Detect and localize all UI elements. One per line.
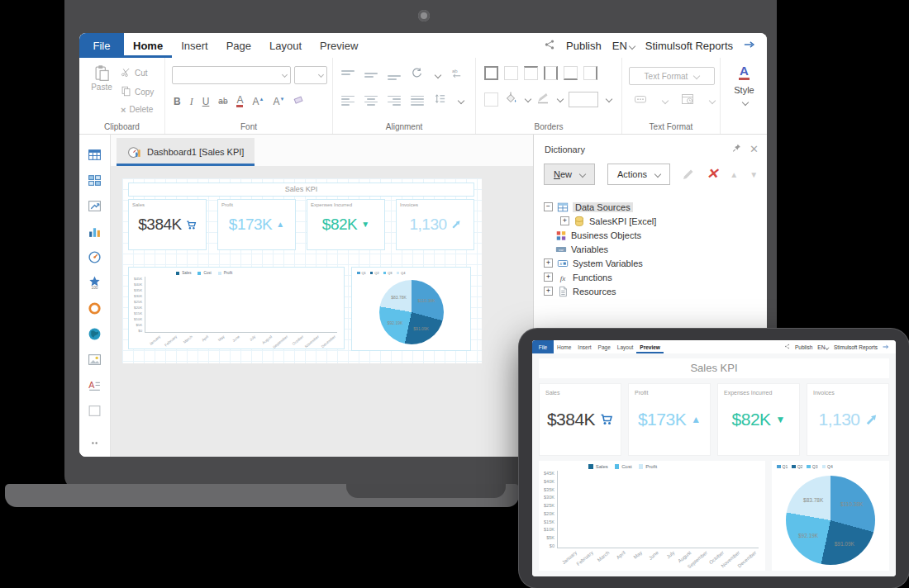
- share-icon[interactable]: [544, 39, 555, 53]
- move-up-icon[interactable]: ▲: [730, 170, 738, 179]
- align-left-icon[interactable]: [341, 96, 355, 106]
- pie-chart-panel[interactable]: Q1Q2Q3Q4$110.38K$91.09K$92.19K$83.78K: [351, 267, 471, 351]
- document-tab[interactable]: Dashboard1 [Sales KPI]: [117, 138, 255, 166]
- border-bottom-button[interactable]: [564, 66, 578, 80]
- dashboard-title-textbox[interactable]: Sales KPI: [128, 183, 474, 197]
- expand-icon[interactable]: +: [544, 287, 553, 296]
- tab-preview[interactable]: Preview: [311, 33, 367, 58]
- move-down-icon[interactable]: ▼: [750, 170, 758, 179]
- kpi-card-expenses-incurred[interactable]: Expenses Incurred$82K▼: [717, 383, 800, 456]
- actions-button[interactable]: Actions: [607, 164, 670, 185]
- kpi-card-sales[interactable]: Sales$384K: [128, 199, 207, 250]
- tab-layout[interactable]: Layout: [260, 33, 311, 58]
- italic-button[interactable]: I: [190, 96, 193, 107]
- toolbox-gauge-icon[interactable]: [88, 250, 102, 264]
- kpi-card-expenses-incurred[interactable]: Expenses Incurred$82K▼: [307, 199, 385, 250]
- delete-button[interactable]: ×Delete: [121, 105, 154, 114]
- grow-font-button[interactable]: A▲: [252, 93, 264, 107]
- toolbox-more-icon[interactable]: [88, 436, 102, 450]
- font-color-button[interactable]: A: [236, 95, 243, 107]
- kpi-card-profit[interactable]: Profit$173K▲: [628, 383, 711, 456]
- edit-pencil-icon[interactable]: [682, 168, 695, 181]
- clear-format-eraser-icon[interactable]: [293, 92, 306, 107]
- text-format-dropdown[interactable]: Text Format: [629, 67, 715, 85]
- share-icon[interactable]: [784, 344, 790, 350]
- fill-bucket-icon[interactable]: [504, 91, 517, 107]
- tab-preview[interactable]: Preview: [636, 340, 664, 353]
- tab-insert[interactable]: Insert: [574, 340, 594, 353]
- tab-layout[interactable]: Layout: [614, 340, 637, 353]
- publish-button[interactable]: Publish: [795, 344, 812, 350]
- collapse-icon[interactable]: −: [544, 202, 553, 211]
- paste-button[interactable]: Paste: [86, 64, 117, 92]
- border-top-button[interactable]: [524, 66, 538, 80]
- pie-chart-panel[interactable]: Q1Q2Q3Q4$110.38K$91.09K$92.19K$83.78K: [772, 461, 889, 571]
- align-right-icon[interactable]: [388, 96, 401, 106]
- tree-item-resources[interactable]: +Resources: [544, 284, 767, 298]
- toolbox-progress-icon[interactable]: [88, 301, 102, 315]
- pin-icon[interactable]: [731, 143, 742, 155]
- cut-button[interactable]: Cut: [121, 67, 154, 79]
- style-icon[interactable]: A: [739, 64, 750, 80]
- expand-icon[interactable]: +: [544, 273, 553, 282]
- design-canvas[interactable]: Sales KPI Sales$384KProfit$173K▲Expenses…: [111, 166, 533, 457]
- kpi-card-invoices[interactable]: Invoices1,130: [807, 383, 889, 456]
- kpi-card-invoices[interactable]: Invoices1,130: [396, 199, 474, 250]
- dashboard-page[interactable]: Sales KPI Sales$384KProfit$173K▲Expenses…: [122, 178, 482, 363]
- brand-menu[interactable]: Stimulsoft Reports: [645, 40, 733, 52]
- brand-arrow-icon[interactable]: [744, 39, 755, 53]
- bar-chart-panel[interactable]: SalesCostProfit$45K$40K$35K$30K$25K$20K$…: [539, 461, 765, 571]
- strikethrough-button[interactable]: ab: [218, 96, 227, 107]
- border-all-button[interactable]: [484, 66, 498, 80]
- border-right-button[interactable]: [583, 66, 597, 80]
- tab-file[interactable]: File: [532, 340, 554, 353]
- font-name-combobox[interactable]: [172, 66, 291, 84]
- bold-button[interactable]: B: [174, 96, 181, 107]
- align-bottom-icon[interactable]: [388, 70, 401, 80]
- align-center-icon[interactable]: [364, 96, 378, 106]
- border-sides-button[interactable]: [544, 66, 558, 80]
- toolbox-kpi-icon[interactable]: 100: [88, 276, 102, 290]
- line-spacing-icon[interactable]: [434, 92, 446, 108]
- brand-arrow-icon[interactable]: [883, 344, 889, 351]
- rotate-text-icon[interactable]: [411, 67, 423, 83]
- underline-button[interactable]: U: [202, 96, 210, 107]
- expand-icon[interactable]: +: [560, 216, 569, 225]
- word-wrap-icon[interactable]: ab: [450, 67, 463, 83]
- brand-menu[interactable]: Stimulsoft Reports: [834, 344, 878, 350]
- number-format-icon[interactable]: [634, 92, 647, 109]
- border-color-combobox[interactable]: [569, 92, 598, 107]
- toolbox-text-icon[interactable]: A: [88, 378, 102, 392]
- align-middle-icon[interactable]: [364, 70, 378, 80]
- toolbox-table-icon[interactable]: [88, 148, 102, 162]
- toolbox-panel-icon[interactable]: [88, 404, 102, 418]
- tree-item-variables[interactable]: varVariables: [544, 242, 767, 256]
- tree-item-system-variables[interactable]: +xSystem Variables: [544, 256, 767, 270]
- copy-button[interactable]: Copy: [121, 86, 154, 98]
- delete-item-icon[interactable]: ✕: [707, 168, 718, 180]
- style-chevron-icon[interactable]: [742, 99, 749, 106]
- tab-home[interactable]: Home: [554, 340, 574, 353]
- tree-item-functions[interactable]: +fxFunctions: [544, 270, 767, 284]
- new-button[interactable]: New: [544, 164, 595, 185]
- language-selector[interactable]: EN: [817, 344, 829, 350]
- border-pen-icon[interactable]: [536, 91, 550, 107]
- toolbox-map-icon[interactable]: [88, 327, 102, 341]
- date-format-icon[interactable]: [681, 92, 694, 109]
- toolbox-image-icon[interactable]: [88, 353, 102, 367]
- close-icon[interactable]: ✕: [750, 145, 759, 154]
- kpi-card-profit[interactable]: Profit$173K▲: [217, 199, 296, 250]
- align-top-icon[interactable]: [341, 70, 355, 80]
- tab-home[interactable]: Home: [124, 33, 172, 58]
- border-none-button[interactable]: [504, 66, 518, 80]
- tab-page[interactable]: Page: [595, 340, 614, 353]
- shrink-font-button[interactable]: A▼: [273, 93, 284, 107]
- language-selector[interactable]: EN: [612, 40, 635, 52]
- toolbox-chart-icon[interactable]: [88, 225, 102, 239]
- publish-button[interactable]: Publish: [566, 40, 602, 52]
- font-size-combobox[interactable]: [294, 66, 327, 84]
- tab-file[interactable]: File: [79, 33, 124, 58]
- tree-item-business-objects[interactable]: Business Objects: [544, 228, 767, 242]
- tab-insert[interactable]: Insert: [172, 33, 217, 58]
- bar-chart-panel[interactable]: SalesCostProfit$45K$40K$35K$30K$25K$20K$…: [128, 267, 345, 349]
